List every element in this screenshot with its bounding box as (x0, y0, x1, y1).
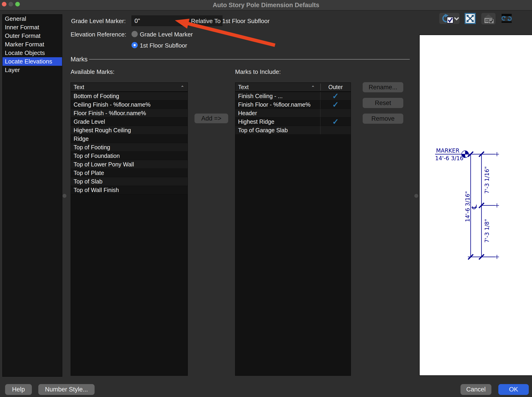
sync-defaults-checkbox-icon[interactable] (439, 13, 460, 24)
remove-button[interactable]: Remove (363, 114, 403, 124)
auto-story-pole-dialog: Auto Story Pole Dimension Defaults Gener… (0, 0, 532, 397)
relative-to-label: Relative To 1st Floor Subfloor (191, 18, 270, 25)
mark-text: Top of Foundation (71, 153, 188, 159)
number-style-button[interactable]: Number Style... (38, 384, 95, 395)
sort-ascending-icon: ⌃ (311, 85, 315, 90)
radio-grade-level-marker[interactable] (132, 31, 138, 37)
rename-button[interactable]: Rename... (363, 82, 403, 92)
marks-section-label: Marks (71, 56, 88, 63)
available-marks-header[interactable]: Text ⌃ (71, 83, 188, 92)
available-mark-row[interactable]: Bottom of Footing (71, 92, 188, 100)
add-button[interactable]: Add => (195, 114, 228, 123)
outer-checkbox-cell[interactable]: ✓ (320, 100, 351, 109)
available-mark-row[interactable]: Top of Wall Finish (71, 186, 188, 194)
mark-text: Bottom of Footing (71, 93, 188, 99)
available-marks-label: Available Marks: (71, 68, 114, 75)
house-preview-checkbox-icon[interactable] (481, 13, 496, 25)
mark-text: Top of Footing (71, 144, 188, 151)
include-marks-header[interactable]: Text ⌃ Outer (235, 83, 351, 92)
mark-text: Highest Ridge (235, 118, 320, 126)
available-mark-row[interactable]: Grade Level (71, 118, 188, 126)
mark-text: Ceiling Finish - %floor.name% (71, 101, 188, 108)
available-mark-row[interactable]: Floor Finish - %floor.name% (71, 109, 188, 118)
fill-window-icon[interactable] (465, 13, 476, 24)
check-icon: ✓ (332, 118, 339, 125)
outer-checkbox-cell[interactable] (320, 126, 351, 134)
outer-checkbox-cell[interactable]: ✓ (320, 118, 351, 126)
outer-checkbox-cell[interactable]: ✓ (320, 92, 351, 100)
include-mark-row[interactable]: Highest Ridge✓ (235, 118, 351, 126)
title-bar[interactable]: Auto Story Pole Dimension Defaults (0, 0, 532, 11)
available-mark-row[interactable]: Top of Plate (71, 169, 188, 177)
radio-1st-floor-subfloor-label[interactable]: 1st Floor Subfloor (140, 42, 187, 49)
marks-section-rule (89, 59, 410, 60)
mark-text: Top of Slab (71, 178, 188, 185)
available-mark-row[interactable]: Ridge (71, 135, 188, 143)
outer-column-header: Outer (320, 84, 351, 91)
include-mark-row[interactable]: Finish Floor - %floor.name%✓ (235, 100, 351, 109)
grade-level-marker-label: Grade Level Marker: (71, 18, 126, 25)
sidebar-item-inner-format[interactable]: Inner Format (3, 23, 62, 32)
radio-grade-level-marker-label[interactable]: Grade Level Marker (140, 31, 193, 38)
window-title: Auto Story Pole Dimension Defaults (0, 2, 532, 9)
text-column-header: Text ⌃ (71, 84, 188, 91)
sidebar-item-locate-objects[interactable]: Locate Objects (3, 49, 62, 57)
mark-text: Finish Floor - %floor.name% (235, 100, 320, 109)
mark-text: Top of Plate (71, 170, 188, 176)
left-splitter-handle[interactable] (62, 194, 67, 198)
include-mark-row[interactable]: Top of Garage Slab (235, 126, 351, 135)
check-icon: ✓ (332, 101, 339, 108)
sidebar-item-general[interactable]: General (3, 15, 62, 23)
check-icon: ✓ (332, 92, 339, 100)
marker-label: MARKER (436, 148, 459, 154)
include-mark-row[interactable]: Header (235, 109, 351, 118)
sidebar-item-marker-format[interactable]: Marker Format (3, 40, 62, 49)
available-mark-row[interactable]: Highest Rough Ceiling (71, 126, 188, 135)
cancel-button[interactable]: Cancel (460, 384, 491, 395)
available-mark-row[interactable]: Ceiling Finish - %floor.name% (71, 100, 188, 109)
mark-text: Ridge (71, 136, 188, 142)
available-mark-row[interactable]: Top of Foundation (71, 152, 188, 160)
available-mark-row[interactable]: Top of Slab (71, 177, 188, 186)
text-column-header: Text ⌃ (235, 84, 320, 91)
sort-ascending-icon: ⌃ (180, 85, 184, 90)
elevation-reference-label: Elevation Reference: (71, 31, 126, 38)
ok-button[interactable]: OK (498, 384, 529, 395)
help-button[interactable]: Help (5, 384, 32, 395)
available-marks-table: Text ⌃ Bottom of FootingCeiling Finish -… (71, 82, 188, 376)
dim-upper: 7'-3 1/16" (484, 166, 490, 194)
mark-text: Top of Lower Pony Wall (71, 161, 188, 168)
dim-lower: 7'-3 1/8" (484, 219, 490, 242)
mark-text: Highest Rough Ceiling (71, 127, 188, 134)
available-mark-row[interactable]: Top of Lower Pony Wall (71, 160, 188, 169)
story-pole-preview[interactable]: MARKER 14'-6 3/16" 7'-3 1/16" 14'-6 3/16… (419, 35, 532, 376)
marks-to-include-label: Marks to Include: (235, 68, 281, 75)
dim-total: 14'-6 3/16" (465, 191, 471, 222)
mark-text: Header (235, 109, 320, 117)
right-splitter-handle[interactable] (414, 194, 418, 198)
mark-text: Grade Level (71, 118, 188, 125)
reset-button[interactable]: Reset (363, 98, 403, 108)
settings-panel-list: GeneralInner FormatOuter FormatMarker Fo… (2, 14, 62, 377)
outer-checkbox-cell[interactable] (320, 109, 351, 117)
mark-text: Finish Ceiling - ... (235, 92, 320, 100)
centerline-symbol: ℄ (470, 205, 478, 209)
marks-to-include-table: Text ⌃ Outer Finish Ceiling - ...✓Finish… (235, 82, 351, 376)
refresh-layers-icon[interactable] (501, 13, 512, 24)
include-mark-row[interactable]: Finish Ceiling - ...✓ (235, 92, 351, 100)
sidebar-item-outer-format[interactable]: Outer Format (3, 32, 62, 40)
marker-value: 14'-6 3/16" (435, 155, 466, 161)
story-pole-drawing: MARKER 14'-6 3/16" 7'-3 1/16" 14'-6 3/16… (420, 35, 532, 375)
sidebar-item-locate-elevations[interactable]: Locate Elevations (3, 57, 62, 66)
radio-1st-floor-subfloor[interactable] (132, 42, 138, 48)
mark-text: Top of Garage Slab (235, 126, 320, 134)
mark-text: Floor Finish - %floor.name% (71, 110, 188, 117)
sidebar-item-layer[interactable]: Layer (3, 66, 62, 74)
mark-text: Top of Wall Finish (71, 187, 188, 193)
available-mark-row[interactable]: Top of Footing (71, 143, 188, 152)
